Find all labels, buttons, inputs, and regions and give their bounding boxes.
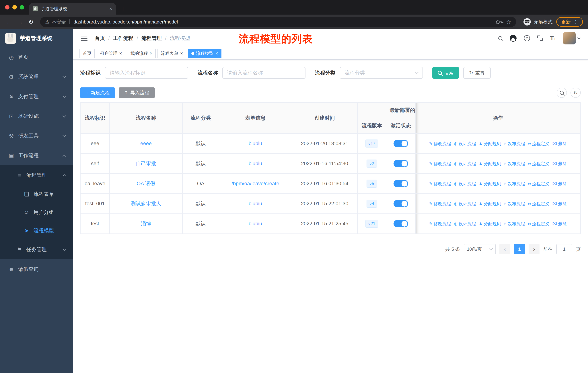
github-icon[interactable]: [510, 35, 516, 42]
process-definition-link[interactable]: ∞流程定义: [528, 161, 550, 167]
window-close-button[interactable]: [5, 5, 10, 10]
bookmark-star-icon[interactable]: ☆: [506, 19, 511, 25]
avatar[interactable]: [563, 32, 576, 44]
active-toggle[interactable]: [394, 200, 408, 207]
back-button[interactable]: ←: [4, 16, 15, 27]
prev-page-button[interactable]: ‹: [499, 244, 510, 254]
design-process-link[interactable]: ◎设计流程: [454, 181, 476, 187]
tab-close-icon[interactable]: ×: [119, 51, 122, 56]
process-definition-link[interactable]: ∞流程定义: [528, 181, 550, 187]
tab-close-icon[interactable]: ×: [109, 6, 112, 12]
sidebar-item-system-management[interactable]: ⚙系统管理: [0, 67, 73, 87]
model-name-link[interactable]: OA 请假: [137, 181, 156, 186]
publish-process-link[interactable]: ☝发布流程: [504, 161, 525, 167]
font-size-icon[interactable]: [550, 35, 556, 41]
active-toggle[interactable]: [394, 180, 408, 187]
modify-process-link[interactable]: ✎修改流程: [429, 201, 451, 207]
sidebar-item-process-model[interactable]: ➤流程模型: [0, 222, 73, 240]
form-info-link[interactable]: /bpm/oa/leave/create: [231, 181, 279, 186]
toggle-search-button[interactable]: [557, 88, 567, 98]
hamburger-icon[interactable]: [81, 36, 87, 41]
tab-home[interactable]: 首页: [79, 49, 95, 58]
search-icon[interactable]: [498, 36, 502, 40]
sidebar-item-process-management[interactable]: ≡流程管理: [0, 165, 73, 185]
browser-update-button[interactable]: 更新 ⋮: [556, 17, 583, 27]
user-menu[interactable]: [563, 32, 580, 44]
model-name-link[interactable]: 自己审批: [136, 161, 156, 166]
form-info-link[interactable]: biubiu: [249, 221, 262, 226]
process-definition-link[interactable]: ∞流程定义: [528, 141, 550, 147]
sidebar-item-leave-query[interactable]: ☻请假查询: [0, 259, 73, 279]
tab-close-icon[interactable]: ×: [215, 51, 218, 56]
import-process-button[interactable]: ↥ 导入流程: [119, 87, 155, 98]
sidebar-item-payment-management[interactable]: ¥支付管理: [0, 87, 73, 106]
breadcrumb-item[interactable]: 流程管理: [141, 35, 162, 42]
publish-process-link[interactable]: ☝发布流程: [504, 181, 525, 187]
tab-process-model[interactable]: 流程模型×: [188, 49, 221, 58]
delete-link[interactable]: ⌧删除: [552, 221, 567, 227]
tab-close-icon[interactable]: ×: [150, 51, 152, 56]
model-name-link[interactable]: 测试多审批人: [131, 201, 161, 206]
form-info-link[interactable]: biubiu: [249, 141, 262, 146]
window-minimize-button[interactable]: [12, 5, 17, 10]
delete-link[interactable]: ⌧删除: [552, 201, 567, 207]
modify-process-link[interactable]: ✎修改流程: [429, 141, 451, 147]
filter-key-input[interactable]: [105, 67, 188, 79]
delete-link[interactable]: ⌧删除: [552, 181, 567, 187]
sidebar-item-home[interactable]: ◷首页: [0, 47, 73, 67]
breadcrumb-item[interactable]: 首页: [95, 35, 105, 42]
sidebar-item-task-management[interactable]: ⚑任务管理: [0, 240, 73, 259]
browser-menu-icon[interactable]: ⋮: [571, 19, 581, 25]
tab-process-form[interactable]: 流程表单×: [158, 49, 186, 58]
assign-rule-link[interactable]: ♟分配规则: [479, 181, 501, 187]
form-info-link[interactable]: biubiu: [249, 201, 262, 206]
modify-process-link[interactable]: ✎修改流程: [429, 161, 451, 167]
sidebar-item-workflow[interactable]: ▣工作流程: [0, 146, 73, 165]
filter-name-input[interactable]: [222, 67, 305, 79]
tab-tenant-management[interactable]: 租户管理×: [97, 49, 125, 58]
browser-tab[interactable]: 芋道管理系统 ×: [29, 3, 116, 15]
form-info-link[interactable]: biubiu: [249, 161, 262, 166]
password-key-icon[interactable]: [496, 20, 502, 24]
delete-link[interactable]: ⌧删除: [552, 161, 567, 167]
assign-rule-link[interactable]: ♟分配规则: [479, 161, 501, 167]
window-zoom-button[interactable]: [20, 5, 24, 10]
fullscreen-icon[interactable]: [537, 36, 543, 41]
delete-link[interactable]: ⌧删除: [552, 141, 567, 147]
model-name-link[interactable]: 滔博: [141, 221, 151, 226]
assign-rule-link[interactable]: ♟分配规则: [479, 141, 501, 147]
goto-page-input[interactable]: [556, 244, 572, 254]
design-process-link[interactable]: ◎设计流程: [454, 161, 476, 167]
active-toggle[interactable]: [394, 220, 408, 227]
sidebar-item-process-form[interactable]: ❏流程表单: [0, 185, 73, 203]
sidebar-item-infrastructure[interactable]: ⊡基础设施: [0, 106, 73, 126]
app-logo[interactable]: 芋道管理系统: [0, 29, 73, 47]
modify-process-link[interactable]: ✎修改流程: [429, 181, 451, 187]
filter-category-select[interactable]: 流程分类: [340, 67, 423, 79]
publish-process-link[interactable]: ☝发布流程: [504, 201, 525, 207]
sidebar-item-user-group[interactable]: ☺用户分组: [0, 203, 73, 222]
active-toggle[interactable]: [394, 140, 408, 147]
tab-close-icon[interactable]: ×: [180, 51, 183, 56]
design-process-link[interactable]: ◎设计流程: [454, 221, 476, 227]
reload-button[interactable]: ↻: [26, 16, 36, 27]
current-page-button[interactable]: 1: [514, 244, 525, 254]
forward-button[interactable]: →: [15, 16, 26, 27]
search-button[interactable]: 搜索: [432, 67, 459, 79]
design-process-link[interactable]: ◎设计流程: [454, 141, 476, 147]
tab-my-process[interactable]: 我的流程×: [127, 49, 156, 58]
new-tab-button[interactable]: +: [121, 5, 125, 12]
page-size-select[interactable]: 10条/页: [464, 244, 496, 254]
publish-process-link[interactable]: ☝发布流程: [504, 141, 525, 147]
process-definition-link[interactable]: ∞流程定义: [528, 221, 550, 227]
sidebar-item-dev-tools[interactable]: ⚒研发工具: [0, 126, 73, 146]
refresh-table-button[interactable]: ↻: [570, 88, 581, 98]
active-toggle[interactable]: [394, 160, 408, 167]
breadcrumb-item[interactable]: 工作流程: [113, 35, 133, 42]
process-definition-link[interactable]: ∞流程定义: [528, 201, 550, 207]
help-icon[interactable]: [524, 35, 530, 41]
reset-button[interactable]: ↻ 重置: [463, 67, 491, 79]
assign-rule-link[interactable]: ♟分配规则: [479, 221, 501, 227]
assign-rule-link[interactable]: ♟分配规则: [479, 201, 501, 207]
create-process-button[interactable]: + 新建流程: [80, 87, 115, 98]
